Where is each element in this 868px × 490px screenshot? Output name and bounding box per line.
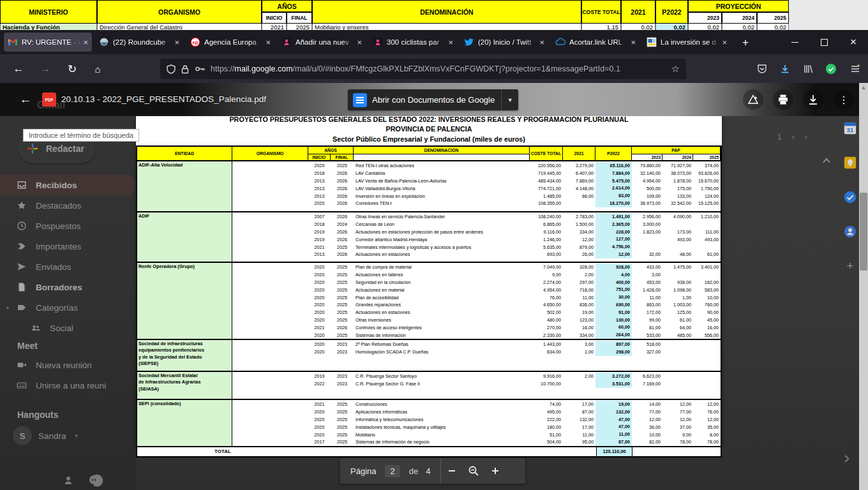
reload-button[interactable]: ↻ [63,59,82,78]
sidebar-item-recibidos[interactable]: Recibidos [0,175,136,195]
back-button[interactable]: ← [9,59,28,78]
zoom-out-button[interactable] [441,458,463,484]
budget-table: ENTIDAD ORGANISMO AÑOS DENOMINACIÓN COST… [136,145,722,457]
scrollbar[interactable]: ▲ [859,83,868,490]
browser-tab-3[interactable]: epAgencia Europa× [186,33,274,52]
draft-icon [17,282,27,292]
cell-p2022: 130,00 [595,316,632,324]
current-page-input[interactable]: 2 [385,465,400,477]
open-with-docs-button[interactable]: Abrir con Documentos de Google ▼ [348,89,518,110]
meet-item[interactable]: Nueva reunión [0,355,136,375]
add-addon-icon[interactable]: + [841,259,859,273]
close-window-button[interactable]: × [839,30,868,54]
cell-coste-total: 480,00 [530,317,563,323]
contacts-icon[interactable] [843,225,857,239]
browser-tab-4[interactable]: Añadir una nuev× [278,33,366,52]
home-button[interactable]: ⌂ [88,59,107,78]
pager-page-number: 1 [777,133,782,142]
sidebar-item-categorias[interactable]: ▾Categorías [0,297,136,318]
cell-2024: 48,00 [662,251,693,257]
cell-p2022: 3.272,00 [595,373,632,380]
menu-icon[interactable] [846,60,864,78]
viewer-back-button[interactable]: ← [17,91,34,108]
tasks-icon[interactable] [843,190,857,204]
meet-section-title: Meet [17,341,136,351]
pocket-icon[interactable] [753,60,771,78]
downloads-icon[interactable] [776,60,794,78]
table-row: 20202025Actuaciones en talleres9,002,004… [232,271,721,279]
cell-2024: 9,00 [662,432,693,438]
tab-close-icon[interactable]: × [83,38,88,47]
key-icon[interactable] [195,64,205,73]
tab-close-icon[interactable]: × [448,38,453,47]
tab-close-icon[interactable]: × [357,38,362,47]
url-text[interactable]: https://mail.google.com/mail/u/0/#inbox/… [211,64,668,73]
meet-item[interactable]: Unirse a una reuni [0,375,136,396]
browser-tab-8[interactable]: La inversión se d× [643,33,731,52]
download-icon[interactable] [803,89,823,110]
table-row: 20192026Actuaciones en estaciones protec… [232,228,721,236]
sidebar-item-enviados[interactable]: Enviados [0,256,136,277]
cell-coste-total: 9.916,00 [530,373,563,379]
cell-coste-total: 74,00 [530,401,563,407]
sheet-denominacion-blank [312,12,581,24]
cell-2024: 78,00 [662,439,693,445]
keep-icon[interactable] [843,156,857,170]
zoom-in-button[interactable] [484,458,506,484]
cell-2024: 493,00 [662,237,693,242]
sidebar-item-social[interactable]: Social [0,318,136,338]
scrollbar-thumb[interactable] [860,193,867,271]
sidebar-item-borradores[interactable]: Borradores [0,277,136,297]
minimize-button[interactable] [780,30,809,54]
cell-2025: 760,00 [693,302,721,308]
expand-chevron-icon[interactable]: ▾ [6,305,9,311]
sidebar-item-destacados[interactable]: Destacados [0,195,136,216]
bookmark-star-icon[interactable]: ☆ [671,63,680,75]
browser-tab-1[interactable]: RV: URGENTE - R× [4,33,92,52]
scroll-top-icon[interactable] [822,154,831,166]
sidebar-item-importantes[interactable]: Importantes [0,236,136,256]
tab-close-icon[interactable]: × [631,38,636,47]
restore-button[interactable] [809,30,839,54]
sheet-header-ministerio: MINISTERIO [0,0,97,24]
tab-close-icon[interactable]: × [539,38,544,47]
more-options-icon[interactable]: ⋮ [834,89,854,110]
add-to-drive-icon[interactable] [743,89,763,110]
profile-person-icon[interactable] [61,473,75,487]
open-with-caret-icon[interactable]: ▼ [501,89,518,110]
lock-icon[interactable] [181,64,189,74]
tab-close-icon[interactable]: × [266,38,271,47]
hangouts-user[interactable]: S Sandra ▾ [13,426,136,445]
browser-tab-5[interactable]: 300 ciclistas par× [369,33,457,52]
new-tab-button[interactable]: + [738,35,753,50]
cell-2025: 162,00 [693,279,721,285]
sheet-header-proyeccion: PROYECCIÓN [688,0,789,12]
hangouts-quote-icon[interactable] [87,473,101,487]
url-bar[interactable]: https://mail.google.com/mail/u/0/#inbox/… [160,59,686,79]
tab-close-icon[interactable]: × [722,38,727,47]
extension-check-icon[interactable] [822,60,840,78]
scrollbar-up-icon[interactable]: ▲ [859,84,868,91]
browser-tab-2[interactable]: (22) Roundcube× [95,33,183,52]
pager-next-icon[interactable]: › [805,133,807,142]
calendar-icon[interactable]: 31 [843,121,857,135]
cell-inicio: 2021 [308,325,331,330]
magnifier-icon[interactable] [463,458,484,484]
cell-2024: 4.090,00 [662,214,693,219]
col-pap: PAP [632,147,721,154]
browser-tab-6[interactable]: (20) Inicio / Twitt× [460,33,548,52]
panel-next-icon[interactable] [844,454,849,466]
chevron-down-icon[interactable]: ▾ [75,433,79,439]
pager-prev-icon[interactable]: ‹ [792,133,795,142]
browser-tab-7[interactable]: Acortar.link URL× [551,33,640,52]
sidebar-item-pospuestos[interactable]: Pospuestos [0,216,136,236]
forward-button[interactable]: → [36,59,55,78]
shield-icon[interactable] [167,64,176,74]
cell-inicio: 2019 [308,229,331,235]
twitter-icon [464,37,474,47]
cell-denominacion: LAV Venta de Baños-Palencia-León-Asturia… [354,178,530,184]
gmail-sidebar: Redactar RecibidosDestacadosPospuestosIm… [0,83,136,490]
tab-close-icon[interactable]: × [174,38,179,47]
library-icon[interactable] [799,60,817,78]
print-icon[interactable] [773,89,793,110]
